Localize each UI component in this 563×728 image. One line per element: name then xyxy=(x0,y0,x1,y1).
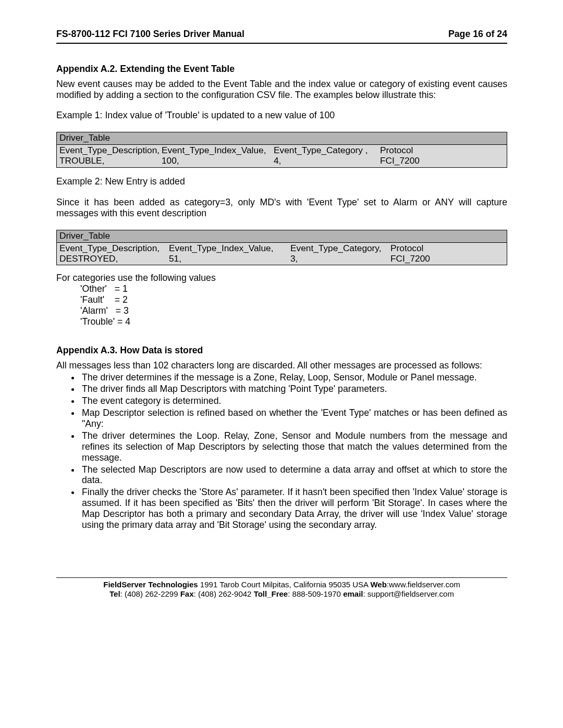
footer-tollfree: : 888-509-1970 xyxy=(288,589,343,598)
table2-col2: Event_Type_Index_Value, xyxy=(169,243,290,253)
footer-web: :www.fieldserver.com xyxy=(387,580,460,589)
heading-a3: Appendix A.3. How Data is stored xyxy=(56,345,507,356)
list-item: Map Descriptor selection is refined base… xyxy=(80,408,507,429)
table1-data-row: TROUBLE, 100, 4, FCI_7200 xyxy=(59,155,505,166)
table2-header-row: Event_Type_Description, Event_Type_Index… xyxy=(59,243,505,253)
table2-d4: FCI_7200 xyxy=(390,253,505,264)
footer-web-label: Web xyxy=(370,580,386,589)
list-item: The driver finds all Map Descriptors wit… xyxy=(80,384,507,394)
table1-col1: Event_Type_Description, xyxy=(59,145,162,155)
example2-caption: Example 2: New Entry is added xyxy=(56,176,507,187)
doc-title: FS-8700-112 FCI 7100 Series Driver Manua… xyxy=(56,29,244,40)
driver-table-1: Driver_Table Event_Type_Description, Eve… xyxy=(56,132,507,167)
table1-d2: 100, xyxy=(162,155,274,166)
category-alarm: 'Alarm' = 3 xyxy=(56,305,507,316)
footer-email: : support@fieldserver.com xyxy=(363,589,454,598)
list-item: The selected Map Descriptors are now use… xyxy=(80,464,507,486)
categories-intro: For categories use the following values xyxy=(56,273,507,283)
category-trouble: 'Trouble' = 4 xyxy=(56,316,507,327)
page-indicator: Page 16 of 24 xyxy=(448,29,507,40)
table2-d3: 3, xyxy=(290,253,390,264)
example2-body: Since it has been added as category=3, o… xyxy=(56,197,507,219)
page-footer: FieldServer Technologies 1991 Tarob Cour… xyxy=(56,577,507,599)
driver-table-2: Driver_Table Event_Type_Description, Eve… xyxy=(56,230,507,265)
table2-col3: Event_Type_Category, xyxy=(290,243,390,253)
table2-d1: DESTROYED, xyxy=(59,253,169,264)
footer-tel: : (408) 262-2299 xyxy=(120,589,180,598)
table2-d2: 51, xyxy=(169,253,290,264)
a3-intro: All messages less than 102 characters lo… xyxy=(56,360,507,371)
a2-intro: New event causes may be added to the Eve… xyxy=(56,79,507,101)
list-item: The driver determines the Loop. Relay, Z… xyxy=(80,430,507,463)
table1-title: Driver_Table xyxy=(57,132,507,144)
header-rule xyxy=(56,43,507,44)
footer-tollfree-label: Toll_Free xyxy=(254,589,288,598)
footer-fax-label: Fax xyxy=(180,589,194,598)
table2-col4: Protocol xyxy=(390,243,505,253)
footer-address: 1991 Tarob Court Milpitas, California 95… xyxy=(198,580,371,589)
table1-col2: Event_Type_Index_Value, xyxy=(162,145,274,155)
footer-tel-label: Tel xyxy=(109,589,120,598)
table2-col1: Event_Type_Description, xyxy=(59,243,169,253)
category-fault: 'Fault' = 2 xyxy=(56,294,507,305)
category-other: 'Other' = 1 xyxy=(56,283,507,294)
table1-col3: Event_Type_Category , xyxy=(274,145,380,155)
table2-data-row: DESTROYED, 51, 3, FCI_7200 xyxy=(59,253,505,264)
list-item: Finally the driver checks the 'Store As'… xyxy=(80,487,507,530)
footer-fax: : (408) 262-9042 xyxy=(194,589,254,598)
list-item: The driver determines if the message is … xyxy=(80,372,507,383)
example1-caption: Example 1: Index value of 'Trouble' is u… xyxy=(56,110,507,121)
table2-title: Driver_Table xyxy=(57,230,507,242)
table1-d4: FCI_7200 xyxy=(380,155,505,166)
table1-col4: Protocol xyxy=(380,145,505,155)
footer-email-label: email xyxy=(343,589,363,598)
list-item: The event category is determined. xyxy=(80,396,507,406)
table1-d3: 4, xyxy=(274,155,380,166)
table1-header-row: Event_Type_Description, Event_Type_Index… xyxy=(59,145,505,155)
table1-d1: TROUBLE, xyxy=(59,155,162,166)
heading-a2: Appendix A.2. Extending the Event Table xyxy=(56,64,507,75)
a3-bullet-list: The driver determines if the message is … xyxy=(56,372,507,530)
footer-company: FieldServer Technologies xyxy=(103,580,198,589)
page-header: FS-8700-112 FCI 7100 Series Driver Manua… xyxy=(56,29,507,43)
